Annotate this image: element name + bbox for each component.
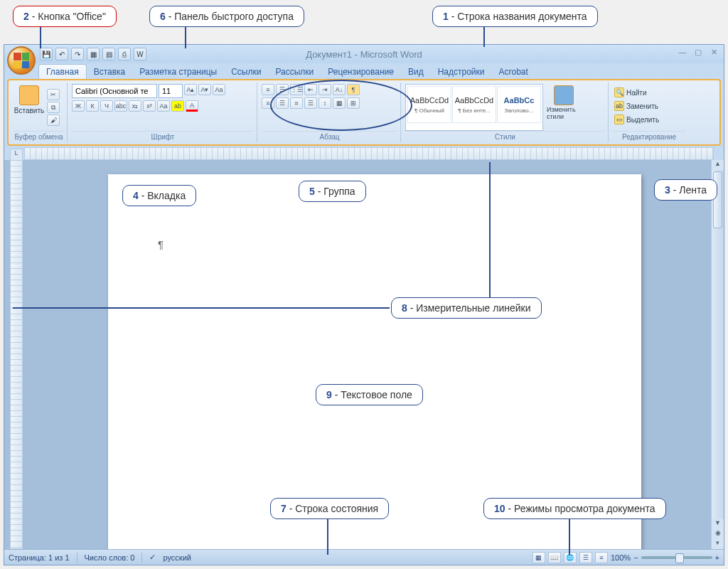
show-hide-icon[interactable]: ¶ (347, 84, 360, 95)
page-scroll-area[interactable]: ¶ (23, 160, 711, 549)
cut-icon[interactable]: ✂ (47, 89, 60, 100)
view-draft-icon[interactable]: ≡ (595, 552, 608, 563)
vertical-ruler[interactable] (10, 160, 23, 549)
superscript-icon[interactable]: x² (143, 100, 156, 112)
tab-layout[interactable]: Разметка страницы (132, 65, 224, 79)
proofing-icon[interactable]: ✓ (149, 553, 156, 562)
tab-insert[interactable]: Вставка (87, 65, 133, 79)
paste-label: Вставить (14, 107, 44, 115)
underline-button[interactable]: Ч (100, 100, 113, 112)
save-icon[interactable]: 💾 (40, 48, 53, 60)
style-nospacing[interactable]: AaBbCcDd¶ Без инте... (452, 86, 496, 123)
zoom-level[interactable]: 100% (611, 553, 631, 562)
status-language[interactable]: русский (163, 553, 191, 562)
shrink-font-icon[interactable]: A▾ (198, 84, 211, 95)
align-right-icon[interactable]: ≡ (290, 97, 303, 109)
qat-btn-6[interactable]: ⎙ (118, 48, 131, 60)
group-label-editing: Редактирование (613, 131, 685, 141)
borders-icon[interactable]: ⊞ (347, 97, 360, 109)
subscript-icon[interactable]: x₂ (129, 100, 141, 112)
qat-btn-4[interactable]: ▦ (87, 48, 100, 60)
view-print-layout-icon[interactable]: ▦ (532, 552, 545, 563)
horizontal-ruler[interactable] (24, 147, 714, 160)
group-label-paragraph: Абзац (262, 131, 397, 141)
tab-acrobat[interactable]: Acrobat (492, 65, 535, 79)
font-size-select[interactable] (159, 84, 183, 98)
numbering-icon[interactable]: ☰ (276, 84, 289, 95)
scroll-down-icon[interactable]: ▼ (712, 519, 724, 529)
italic-button[interactable]: К (86, 100, 99, 112)
multilevel-icon[interactable]: ⋮☰ (290, 84, 303, 95)
clear-format-icon[interactable]: Aa (213, 84, 225, 95)
close-icon[interactable]: ✕ (708, 48, 719, 58)
document-page[interactable]: ¶ (108, 174, 641, 549)
align-left-icon[interactable]: ≡ (262, 97, 274, 109)
font-name-select[interactable] (72, 84, 157, 98)
tab-view[interactable]: Вид (401, 65, 431, 79)
next-page-icon[interactable]: ▾ (712, 539, 724, 549)
select-icon: ▭ (614, 115, 624, 124)
callout-8: 8 - Измерительные линейки (391, 297, 542, 319)
status-words[interactable]: Число слов: 0 (85, 553, 135, 562)
select-button[interactable]: ▭Выделить (613, 114, 685, 125)
paste-button[interactable]: Вставить (14, 84, 45, 131)
sort-icon[interactable]: A↓ (333, 84, 346, 95)
tab-review[interactable]: Рецензирование (321, 65, 401, 79)
bold-button[interactable]: Ж (72, 100, 85, 112)
find-button[interactable]: 🔍Найти (613, 87, 685, 98)
view-web-icon[interactable]: 🌐 (564, 552, 577, 563)
group-editing: 🔍Найти abЗаменить ▭Выделить Редактирован… (610, 83, 688, 142)
word-window: 💾 ↶ ↷ ▦ ▤ ⎙ W Документ1 - Microsoft Word… (4, 44, 724, 565)
view-reading-icon[interactable]: 📖 (548, 552, 561, 563)
indent-dec-icon[interactable]: ⇤ (304, 84, 317, 95)
style-heading[interactable]: AaBbCcЗаголово... (497, 86, 541, 123)
tab-mailings[interactable]: Рассылки (268, 65, 321, 79)
qat-btn-7[interactable]: W (134, 48, 146, 60)
paste-icon (19, 85, 39, 105)
zoom-slider[interactable] (641, 556, 712, 559)
change-styles-label: Изменить стили (547, 107, 581, 121)
window-controls: — ▢ ✕ (677, 48, 719, 58)
group-label-font: Шрифт (72, 131, 254, 141)
change-styles-button[interactable]: Изменить стили (545, 84, 582, 131)
minimize-icon[interactable]: — (677, 48, 688, 58)
status-page[interactable]: Страница: 1 из 1 (9, 553, 70, 562)
vertical-scrollbar[interactable]: ▲ ▼ ◉ ▾ (711, 160, 724, 549)
qat-btn-5[interactable]: ▤ (102, 48, 115, 60)
prev-page-icon[interactable]: ◉ (712, 529, 724, 539)
callout-10: 10 - Режимы просмотра документа (483, 498, 666, 519)
tab-addins[interactable]: Надстройки (431, 65, 492, 79)
strike-icon[interactable]: abc (114, 100, 127, 112)
tab-home[interactable]: Главная (38, 64, 87, 79)
style-gallery[interactable]: AaBbCcDd¶ Обычный AaBbCcDd¶ Без инте... … (405, 84, 543, 131)
ribbon-tabs: Главная Вставка Разметка страницы Ссылки… (38, 63, 724, 79)
shading-icon[interactable]: ▦ (333, 97, 346, 109)
zoom-out-icon[interactable]: − (633, 553, 638, 562)
font-color-icon[interactable]: A (186, 100, 198, 112)
replace-button[interactable]: abЗаменить (613, 100, 685, 112)
align-center-icon[interactable]: ☰ (276, 97, 289, 109)
format-painter-icon[interactable]: 🖌 (47, 115, 60, 126)
paragraph-mark: ¶ (158, 238, 164, 250)
highlight-icon[interactable]: ab (171, 100, 184, 112)
quick-access-toolbar: 💾 ↶ ↷ ▦ ▤ ⎙ W (40, 48, 146, 60)
callout-7: 7 - Строка состояния (270, 498, 389, 519)
copy-icon[interactable]: ⧉ (47, 102, 60, 113)
indent-inc-icon[interactable]: ⇥ (318, 84, 331, 95)
office-button[interactable] (7, 46, 36, 75)
style-normal[interactable]: AaBbCcDd¶ Обычный (407, 86, 451, 123)
bullets-icon[interactable]: ≡ (262, 84, 274, 95)
change-styles-icon (554, 85, 574, 105)
undo-icon[interactable]: ↶ (55, 48, 68, 60)
zoom-in-icon[interactable]: + (715, 553, 719, 562)
office-logo-icon (14, 53, 29, 68)
redo-icon[interactable]: ↷ (71, 48, 84, 60)
tab-references[interactable]: Ссылки (224, 65, 268, 79)
view-outline-icon[interactable]: ☰ (579, 552, 592, 563)
grow-font-icon[interactable]: A▴ (184, 84, 197, 95)
change-case-icon[interactable]: Aa (157, 100, 170, 112)
maximize-icon[interactable]: ▢ (692, 48, 704, 58)
line-spacing-icon[interactable]: ↕ (318, 97, 331, 109)
justify-icon[interactable]: ☰ (304, 97, 317, 109)
scroll-up-icon[interactable]: ▲ (712, 160, 724, 170)
